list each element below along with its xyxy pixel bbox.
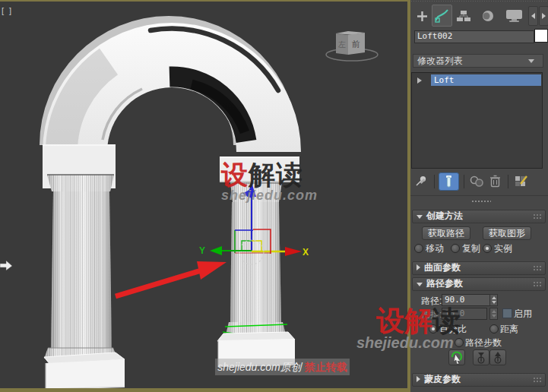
- rollout-grip-icon: [533, 213, 541, 220]
- snap-spinner[interactable]: [489, 308, 498, 320]
- tab-scroll-right-button[interactable]: [539, 6, 548, 26]
- annotation-arrow-head: [197, 261, 226, 280]
- stack-expand-handle[interactable]: [413, 74, 431, 86]
- rollout-grip-icon: [533, 265, 541, 271]
- pin-stack-button[interactable]: [415, 175, 427, 187]
- tab-hierarchy[interactable]: [455, 8, 473, 24]
- annotation-arrow-shaft: [116, 270, 204, 296]
- radio-instance[interactable]: [483, 244, 492, 253]
- next-shape-icon: [490, 350, 505, 365]
- get-path-button[interactable]: 获取路径: [422, 226, 470, 240]
- radio-path-steps-label: 路径步数: [465, 337, 502, 349]
- rollout-skin-params[interactable]: 蒙皮参数: [412, 373, 546, 387]
- radio-copy-label: 复制: [462, 242, 480, 255]
- trash-icon: [489, 175, 501, 188]
- radio-instance-label: 实例: [494, 242, 512, 255]
- edge-cursor-arrow: [0, 261, 12, 270]
- viewport-corner-label[interactable]: [ ]: [2, 6, 13, 15]
- enable-checkbox[interactable]: [502, 308, 512, 318]
- modify-curve-icon: [435, 8, 449, 23]
- chevron-right-icon: [542, 13, 546, 19]
- viewcube[interactable]: 左 前: [322, 26, 383, 64]
- next-shape-button[interactable]: [489, 349, 506, 365]
- tab-motion[interactable]: [479, 8, 497, 24]
- remove-modifier-button[interactable]: [489, 175, 501, 188]
- chevron-down-icon: [528, 59, 534, 63]
- make-unique-icon: [469, 175, 486, 188]
- chevron-right-icon: [417, 376, 420, 382]
- radio-distance[interactable]: [489, 324, 499, 334]
- previous-shape-button[interactable]: [473, 349, 489, 365]
- path-spinner[interactable]: [489, 294, 498, 306]
- rollout-creation-method[interactable]: 创建方法: [412, 210, 546, 223]
- 3dsmax-window: Y X 左 前 [ ] 设解读 shejiedu.com shejiedu.co…: [0, 0, 548, 392]
- motion-icon: [481, 9, 495, 23]
- panel-resize-handle[interactable]: [471, 200, 491, 203]
- rollout-path-params[interactable]: 路径参数: [412, 277, 546, 291]
- rollout-surface-params[interactable]: 曲面参数: [412, 261, 546, 275]
- get-shape-button[interactable]: 获取图形: [483, 226, 531, 240]
- chevron-down-icon: [417, 283, 423, 286]
- gizmo-y-label: Y: [199, 245, 205, 256]
- watermark-center: 设解读 shejiedu.com: [221, 161, 318, 202]
- separator: [508, 175, 508, 188]
- pick-shape-icon: [449, 350, 464, 365]
- configure-modifier-sets-icon: [515, 175, 528, 188]
- tab-display[interactable]: [503, 8, 526, 24]
- hierarchy-icon: [456, 10, 471, 22]
- tab-modify[interactable]: [432, 5, 452, 27]
- divider: [410, 195, 548, 196]
- previous-shape-icon: [474, 350, 489, 365]
- svg-text:前: 前: [351, 40, 360, 49]
- object-color-swatch[interactable]: [534, 29, 548, 43]
- plus-icon: [417, 11, 428, 22]
- radio-move-label: 移动: [426, 242, 444, 255]
- make-unique-button[interactable]: [469, 175, 486, 188]
- radio-copy[interactable]: [451, 244, 460, 253]
- pin-stack-icon: [415, 175, 427, 187]
- stack-item-loft[interactable]: Loft: [413, 74, 541, 86]
- object-name-field[interactable]: Loft002: [414, 30, 534, 43]
- show-end-result-button[interactable]: [439, 172, 459, 191]
- modifier-list-dropdown[interactable]: 修改器列表: [413, 54, 543, 68]
- left-plinth-front: [46, 359, 125, 390]
- radio-distance-label: 距离: [500, 323, 518, 336]
- gizmo-x-label: X: [303, 247, 309, 258]
- viewport-border-bottom: [0, 388, 410, 392]
- copyright-band: shejiedu.com原创禁止转载: [215, 359, 350, 375]
- chevron-right-icon: [417, 77, 422, 84]
- chevron-right-icon: [417, 264, 420, 270]
- watermark-overlay: 设解读 shejiedu.com: [376, 307, 461, 350]
- separator: [434, 175, 435, 188]
- enable-label: 启用: [514, 308, 532, 321]
- display-icon: [505, 9, 524, 23]
- tab-scroll-left-button[interactable]: [528, 6, 538, 26]
- path-value-field[interactable]: 90.0: [442, 294, 492, 306]
- rollout-grip-icon: [533, 377, 541, 383]
- radio-move[interactable]: [414, 244, 423, 253]
- stack-item-label: Loft: [431, 74, 541, 86]
- show-end-result-icon: [439, 173, 458, 190]
- viewport-3d[interactable]: Y X 左 前 [ ] 设解读 shejiedu.com shejiedu.co…: [0, 0, 410, 392]
- separator: [464, 175, 464, 188]
- viewport-border-top: [0, 0, 410, 2]
- svg-text:左: 左: [338, 40, 346, 49]
- chevron-down-icon: [417, 215, 423, 219]
- pick-shape-button[interactable]: [448, 349, 465, 365]
- configure-modifier-sets-button[interactable]: [515, 175, 528, 188]
- modifier-stack[interactable]: Loft: [411, 72, 543, 169]
- chevron-left-icon: [531, 13, 535, 19]
- rollout-grip-icon: [533, 281, 541, 287]
- tab-create[interactable]: [414, 8, 429, 24]
